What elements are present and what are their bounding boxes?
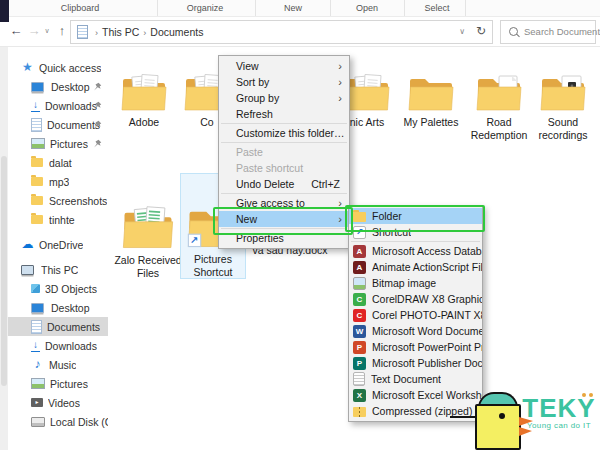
sidebar-item-label: mp3 xyxy=(49,176,69,188)
sidebar-item-documents[interactable]: Documents xyxy=(8,317,108,336)
sidebar-item-desktop[interactable]: Desktop xyxy=(8,298,108,317)
sidebar-item-downloads[interactable]: ↓ Downloads xyxy=(8,336,108,355)
ribbon-group-clipboard[interactable]: Clipboard xyxy=(40,0,120,16)
file-tile-my-palettes[interactable]: My Palettes xyxy=(396,62,466,129)
menu-item-label: Refresh xyxy=(236,108,273,120)
sidebar-item-mp3[interactable]: mp3 xyxy=(8,172,108,191)
sidebar-item-onedrive[interactable]: ☁ OneDrive xyxy=(8,235,108,254)
cube-icon xyxy=(31,284,40,293)
brand-name: TEKY xyxy=(519,393,599,423)
submenu-item-microsoft-powerpoint-presentation[interactable]: P Microsoft PowerPoint Presentation xyxy=(349,339,482,355)
ribbon-group-new[interactable]: New xyxy=(253,0,333,16)
word-icon: W xyxy=(353,325,366,338)
sidebar-item-this-pc[interactable]: This PC xyxy=(8,260,108,279)
menu-item-label: Customize this folder… xyxy=(236,127,345,139)
sidebar-item-desktop[interactable]: Desktop xyxy=(8,77,108,96)
submenu-item-label: Corel PHOTO-PAINT X8 Image xyxy=(372,309,482,321)
menu-item-undo-delete[interactable]: Undo Delete Ctrl+Z xyxy=(219,176,349,192)
zip-icon xyxy=(353,407,366,417)
file-tile-label: My Palettes xyxy=(396,116,466,129)
left-scrollbar[interactable] xyxy=(0,46,8,450)
sidebar-item-pictures[interactable]: Pictures xyxy=(8,134,108,153)
submenu-item-label: Microsoft Excel Worksheet xyxy=(372,389,482,401)
sidebar-item-label: Downloads xyxy=(45,340,97,352)
file-tile-road-redemption[interactable]: Road Redemption xyxy=(466,62,532,141)
menu-item-paste-shortcut[interactable]: Paste shortcut xyxy=(219,160,349,176)
back-button[interactable]: ← xyxy=(8,20,24,42)
address-bar[interactable]: ›This PC›Documents ∨ xyxy=(70,20,472,44)
photopaint-icon: C xyxy=(353,309,366,322)
file-tile-sound-recordings[interactable]: Sound recordings xyxy=(524,62,600,141)
ribbon-group-open[interactable]: Open xyxy=(327,0,407,16)
new-submenu: Folder ↗ Shortcut A Microsoft Access Dat… xyxy=(348,205,483,422)
submenu-item-microsoft-publisher-document[interactable]: P Microsoft Publisher Document xyxy=(349,355,482,371)
search-box[interactable]: Search Documents xyxy=(500,20,596,44)
submenu-item-bitmap-image[interactable]: Bitmap image xyxy=(349,275,482,291)
sidebar-item-quick-access[interactable]: ★ Quick access xyxy=(8,58,108,77)
forward-button[interactable]: → xyxy=(26,20,42,42)
sidebar-item-videos[interactable]: ▸ Videos xyxy=(8,393,108,412)
submenu-item-coreldraw-x8-graphic[interactable]: C CorelDRAW X8 Graphic xyxy=(349,291,482,307)
submenu-item-corel-photo-paint-x8-image[interactable]: C Corel PHOTO-PAINT X8 Image xyxy=(349,307,482,323)
bitmap-icon xyxy=(353,277,366,290)
sidebar-item-label: This PC xyxy=(41,264,78,276)
scrollbar-thumb[interactable] xyxy=(1,156,7,386)
ribbon-separator xyxy=(330,0,331,16)
ribbon-group-organize[interactable]: Organize xyxy=(165,0,245,16)
folder-empty-icon xyxy=(396,62,466,114)
coreldraw-icon: C xyxy=(353,293,366,306)
location-icon xyxy=(77,25,88,39)
file-tile-label: Pictures Shortcut xyxy=(181,253,245,278)
file-tile-label: Road Redemption xyxy=(466,116,532,141)
menu-separator xyxy=(221,142,347,143)
refresh-button[interactable]: ↻ xyxy=(470,20,493,44)
up-button[interactable]: ↑ xyxy=(54,20,70,42)
cloud-icon: ☁ xyxy=(21,238,34,251)
recent-locations-dropdown-icon[interactable]: ∨ xyxy=(42,20,52,42)
brand-dots xyxy=(582,393,586,397)
submenu-item-text-document[interactable]: Text Document xyxy=(349,371,482,387)
ribbon-separator xyxy=(404,0,405,16)
menu-item-paste[interactable]: Paste xyxy=(219,144,349,160)
breadcrumb-documents[interactable]: Documents xyxy=(150,26,203,38)
monitor-icon xyxy=(31,303,44,313)
menu-item-customize-this-folder[interactable]: Customize this folder… xyxy=(219,125,349,141)
sidebar-item-music[interactable]: ♪ Music xyxy=(8,355,108,374)
menu-item-view[interactable]: View › xyxy=(219,58,349,74)
sidebar-item-downloads[interactable]: ↓ Downloads xyxy=(8,96,108,115)
watermark-text: TEKY Young can do IT xyxy=(519,393,599,430)
sidebar-item-documents[interactable]: Documents xyxy=(8,115,108,134)
sidebar-item-label: Videos xyxy=(48,397,80,409)
menu-item-sort-by[interactable]: Sort by › xyxy=(219,74,349,90)
bird-body xyxy=(475,404,521,450)
sidebar-item-pictures[interactable]: Pictures xyxy=(8,374,108,393)
file-tile-adobe[interactable]: Adobe xyxy=(116,62,172,129)
submenu-item-microsoft-access-database[interactable]: A Microsoft Access Database xyxy=(349,243,482,259)
sidebar-item-dalat[interactable]: dalat xyxy=(8,153,108,172)
picture-icon xyxy=(31,378,45,389)
file-tile-label: Adobe xyxy=(116,116,172,129)
sidebar-item-local-disk-c[interactable]: Local Disk (C:) xyxy=(8,412,108,431)
folder-icon xyxy=(31,158,43,167)
brand-tagline: Young can do IT xyxy=(519,421,599,430)
breadcrumb-this-pc[interactable]: This PC xyxy=(102,26,139,38)
menu-item-refresh[interactable]: Refresh xyxy=(219,106,349,122)
submenu-item-label: Microsoft Publisher Document xyxy=(372,357,482,369)
sidebar-item-label: Downloads xyxy=(45,100,97,112)
menu-item-group-by[interactable]: Group by › xyxy=(219,90,349,106)
ribbon-separator xyxy=(157,0,158,16)
ribbon-bar: Clipboard Organize New Open Select xyxy=(0,0,600,17)
sidebar-item-tinhte[interactable]: tinhte xyxy=(8,210,108,229)
sidebar-item-label: Screenshots xyxy=(49,195,107,207)
file-tile-zalo-received-files[interactable]: Zalo Received Files xyxy=(114,178,182,279)
address-dropdown-icon[interactable]: ∨ xyxy=(459,21,465,43)
access-icon: A xyxy=(353,245,366,258)
submenu-item-animate-actionscript-file[interactable]: A Animate ActionScript File xyxy=(349,259,482,275)
submenu-item-microsoft-excel-worksheet[interactable]: X Microsoft Excel Worksheet xyxy=(349,387,482,403)
file-tile-label: Sound recordings xyxy=(524,116,600,141)
menu-item-label: Sort by xyxy=(236,76,269,88)
sidebar-item-screenshots[interactable]: Screenshots xyxy=(8,191,108,210)
submenu-arrow-icon: › xyxy=(338,74,342,90)
sidebar-item-3d-objects[interactable]: 3D Objects xyxy=(8,279,108,298)
submenu-item-microsoft-word-document[interactable]: W Microsoft Word Document xyxy=(349,323,482,339)
